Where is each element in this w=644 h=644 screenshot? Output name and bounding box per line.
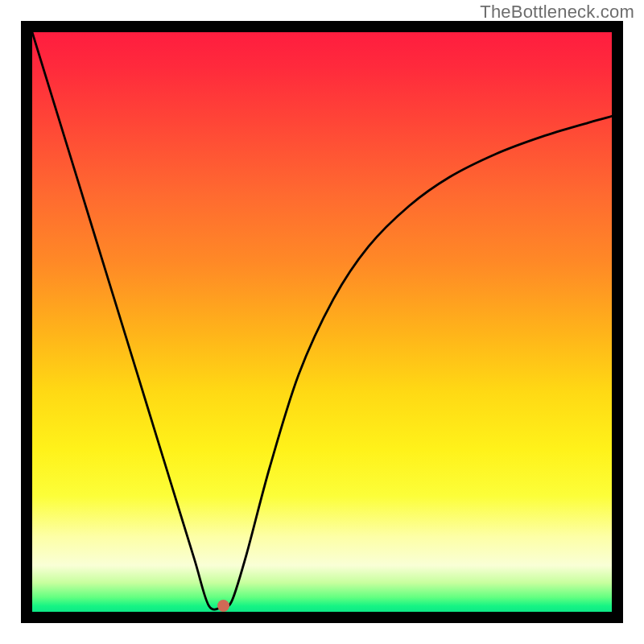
curve-svg	[32, 32, 612, 612]
curve-path	[32, 32, 612, 609]
chart-stage: TheBottleneck.com	[0, 0, 644, 644]
chart-outer-frame	[21, 21, 623, 623]
plot-area	[32, 32, 612, 612]
watermark-text: TheBottleneck.com	[480, 2, 634, 23]
